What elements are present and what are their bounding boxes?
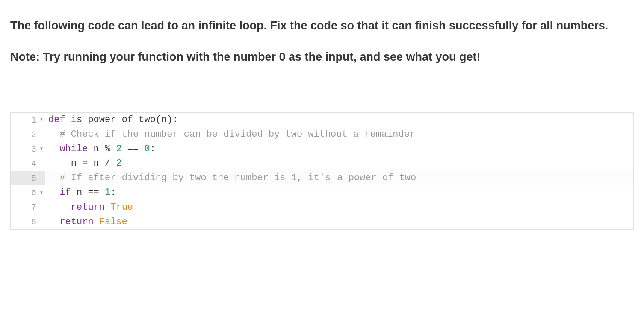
line-number: 4 <box>29 157 36 170</box>
code-token <box>99 187 105 198</box>
code-token: == <box>127 144 139 154</box>
code-token: return <box>71 202 105 213</box>
code-token <box>94 217 99 227</box>
code-token <box>48 187 59 198</box>
code-line-content[interactable]: # Check if the number can be divided by … <box>45 127 633 142</box>
code-token <box>110 158 116 169</box>
line-number: 7 <box>29 201 36 214</box>
gutter-cell[interactable]: 3▼ <box>11 142 45 156</box>
code-token: def <box>48 114 65 125</box>
code-token <box>48 173 59 183</box>
code-token: n <box>48 158 82 169</box>
code-token: : <box>150 144 156 154</box>
code-line[interactable]: 6▼ if n == 1: <box>11 185 633 200</box>
code-token <box>110 144 116 154</box>
code-line[interactable]: 2 # Check if the number can be divided b… <box>11 127 633 142</box>
code-token: / <box>105 158 110 169</box>
code-token <box>65 114 71 125</box>
code-line-content[interactable]: if n == 1: <box>45 185 633 200</box>
question-paragraph-2: Note: Try running your function with the… <box>10 48 634 66</box>
code-token: (n): <box>156 114 178 125</box>
code-token: return <box>59 217 93 227</box>
code-line-content[interactable]: return False <box>45 215 633 229</box>
code-line[interactable]: 3▼ while n % 2 == 0: <box>11 142 633 156</box>
code-line[interactable]: 7 return True <box>11 200 633 215</box>
code-token: 2 <box>116 144 121 154</box>
code-token: n <box>88 158 105 169</box>
code-token: n <box>88 144 105 154</box>
code-token: a power of two <box>331 173 416 183</box>
code-editor[interactable]: 1▼def is_power_of_two(n):2 # Check if th… <box>10 112 634 230</box>
code-token <box>139 144 144 154</box>
code-token: False <box>99 217 127 227</box>
line-number: 2 <box>29 128 36 141</box>
line-number: 6 <box>29 186 36 200</box>
question-paragraph-1: The following code can lead to an infini… <box>10 17 634 35</box>
gutter-cell[interactable]: 8 <box>11 215 45 229</box>
code-token: 0 <box>144 144 150 154</box>
code-token <box>122 144 127 154</box>
code-token <box>48 202 71 213</box>
code-line[interactable]: 4 n = n / 2 <box>11 156 633 171</box>
gutter-cell[interactable]: 6▼ <box>11 185 45 200</box>
code-token: while <box>59 144 88 154</box>
code-token: % <box>105 144 110 154</box>
code-line-content[interactable]: n = n / 2 <box>45 156 633 171</box>
gutter-cell[interactable]: 7 <box>11 200 45 215</box>
code-token: # Check if the number can be divided by … <box>59 129 415 140</box>
fold-toggle-icon[interactable]: ▼ <box>40 190 43 197</box>
line-number: 1 <box>29 114 36 127</box>
code-token <box>105 202 110 213</box>
gutter-cell[interactable]: 1▼ <box>11 113 45 127</box>
code-line-content[interactable]: return True <box>45 200 633 215</box>
code-token: # If after dividing by two the number is… <box>59 173 331 183</box>
code-line[interactable]: 1▼def is_power_of_two(n): <box>11 113 633 127</box>
code-token <box>48 217 59 227</box>
code-token: 2 <box>116 158 121 169</box>
gutter-cell[interactable]: 2 <box>11 127 45 142</box>
code-token: = <box>82 158 88 169</box>
code-line-content[interactable]: def is_power_of_two(n): <box>45 113 633 127</box>
fold-toggle-icon[interactable]: ▼ <box>40 146 43 153</box>
code-token: if <box>59 187 71 198</box>
code-token: == <box>88 187 99 198</box>
line-number: 5 <box>29 172 36 185</box>
line-number: 8 <box>29 215 36 229</box>
code-token: n <box>71 187 88 198</box>
code-token: True <box>110 202 133 213</box>
line-number: 3 <box>29 143 36 156</box>
code-token <box>48 144 59 154</box>
code-token: : <box>110 187 116 198</box>
code-line-content[interactable]: while n % 2 == 0: <box>45 142 633 156</box>
gutter-cell[interactable]: 4 <box>11 156 45 171</box>
code-line[interactable]: 5 # If after dividing by two the number … <box>11 171 633 185</box>
fold-toggle-icon[interactable]: ▼ <box>40 117 43 123</box>
code-token: is_power_of_two <box>71 114 156 125</box>
gutter-cell[interactable]: 5 <box>11 171 45 185</box>
code-line[interactable]: 8 return False <box>11 215 633 229</box>
code-token: 1 <box>105 187 110 198</box>
code-line-content[interactable]: # If after dividing by two the number is… <box>45 171 633 185</box>
question-prompt: The following code can lead to an infini… <box>10 17 634 65</box>
code-token <box>48 129 59 140</box>
